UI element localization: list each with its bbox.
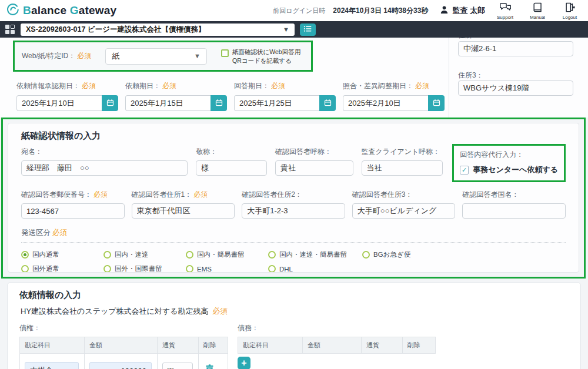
currency-input[interactable] <box>162 363 193 369</box>
engagement-selector[interactable]: XS-22092603-017 ビージー建設株式会社【債権債務】 ▼ <box>21 24 295 36</box>
media-label: Web/紙/特定ID：必須 <box>22 51 91 61</box>
col-currency: 通貨 <box>362 337 403 354</box>
answer-deadline-input[interactable] <box>234 95 319 111</box>
honorific-input[interactable] <box>196 160 267 176</box>
client-title-label: 監査クライアント呼称： <box>362 147 443 157</box>
column-divider <box>449 38 449 118</box>
payable-label: 債務： <box>238 323 436 333</box>
zip-label: 確認回答者郵便番号：必須 <box>21 190 125 200</box>
annotation-box-paper-section: 紙確認状情報の入力 宛名： 敬称： 確認回答者呼称： <box>1 118 586 279</box>
paper-section-title: 紙確認状情報の入力 <box>21 130 566 142</box>
radio-domestic-normal[interactable]: 国内通常 <box>21 250 103 259</box>
radio-bg-rush[interactable]: BGお急ぎ便 <box>362 250 433 259</box>
media-select[interactable]: 紙 ▼ <box>105 48 207 65</box>
recipient-input[interactable] <box>21 160 188 176</box>
responder-address1-group: 確認回答者住所1：必須 <box>132 190 235 219</box>
logout-button[interactable]: Logout <box>557 2 582 20</box>
request-deadline-input[interactable] <box>125 95 211 111</box>
radio-domestic-express-registered[interactable]: 国内・速達・簡易書留 <box>268 250 362 259</box>
address2-input[interactable] <box>458 41 573 56</box>
calendar-button[interactable] <box>319 95 336 111</box>
radio-overseas-registered[interactable]: 国外・国際書留 <box>103 264 186 273</box>
chevron-down-icon: ▼ <box>194 53 201 59</box>
responder-address2-group: 確認回答者住所2： <box>242 190 345 219</box>
recipient-label: 宛名： <box>21 147 188 157</box>
radio-icon <box>186 265 193 273</box>
zip-group: 確認回答者郵便番号：必須 <box>21 190 125 219</box>
responder-address2-input[interactable] <box>242 203 345 219</box>
calendar-icon <box>432 98 441 109</box>
request-subtitle: HY建設株式会社のステップ株式会社に対する勘定残高 必須 <box>21 306 569 317</box>
request-info-card: 依頼情報の入力 HY建設株式会社のステップ株式会社に対する勘定残高 必須 債権：… <box>7 282 581 369</box>
apps-grid-icon[interactable] <box>5 25 15 35</box>
support-button[interactable]: Support <box>493 2 517 20</box>
qr-checkbox-label: 紙面確認状にWeb回答用QRコードを記載する <box>232 48 304 65</box>
required-badge: 必須 <box>193 190 208 199</box>
amount-input[interactable] <box>89 362 152 369</box>
reconciliation-deadline-input[interactable] <box>343 95 428 111</box>
col-currency: 通貨 <box>158 337 199 354</box>
dotted-divider <box>21 242 566 243</box>
receivable-table: 勘定科目 金額 通貨 削除 <box>19 337 228 369</box>
proxy-checkbox-label: 事務センターへ依頼する <box>473 165 558 175</box>
manual-label: Manual <box>530 15 545 20</box>
proxy-checkbox[interactable]: ✓ <box>460 166 469 175</box>
main-content: Web/紙/特定ID：必須 紙 ▼ 紙面確認状にWeb回答用QRコードを記載する… <box>0 38 588 369</box>
responder-address1-input[interactable] <box>132 203 235 219</box>
media-select-value: 紙 <box>112 51 119 62</box>
radio-dhl[interactable]: DHL <box>268 264 350 273</box>
responder-address3-input[interactable] <box>352 203 456 219</box>
logout-label: Logout <box>563 15 577 20</box>
radio-icon <box>186 251 193 259</box>
radio-domestic-registered[interactable]: 国内・簡易書留 <box>186 250 268 259</box>
approval-deadline-group: 依頼情報承認期日：必須 <box>16 81 118 111</box>
shipping-row-2: 国外通常 国外・国際書留 EMS DHL <box>21 264 566 273</box>
radio-icon <box>268 265 276 273</box>
chevron-down-icon: ▼ <box>283 26 289 33</box>
responder-title-input[interactable] <box>275 160 353 176</box>
responder-address1-label: 確認回答者住所1：必須 <box>132 190 235 200</box>
user-icon <box>439 5 449 16</box>
radio-overseas-normal[interactable]: 国外通常 <box>21 264 103 273</box>
qr-checkbox-group[interactable]: 紙面確認状にWeb回答用QRコードを記載する <box>221 48 304 65</box>
client-title-input[interactable] <box>362 160 443 176</box>
address2-label-clipped: 住所2： <box>458 38 483 39</box>
engagement-list-button[interactable] <box>300 24 316 36</box>
request-section-title: 依頼情報の入力 <box>19 290 569 301</box>
col-amount: 金額 <box>303 337 362 354</box>
responder-title-group: 確認回答者呼称： <box>275 147 353 176</box>
manual-button[interactable]: Manual <box>525 2 550 20</box>
brand-swirl-icon <box>6 3 19 19</box>
calendar-button[interactable] <box>211 95 227 111</box>
radio-icon <box>103 251 111 259</box>
client-title-group: 監査クライアント呼称： <box>362 147 443 176</box>
proxy-checkbox-group[interactable]: ✓ 事務センターへ依頼する <box>460 165 558 175</box>
responder-country-input[interactable] <box>462 203 566 219</box>
user-info: 監査 太郎 <box>439 5 485 16</box>
logout-door-icon <box>564 2 576 15</box>
qr-checkbox[interactable] <box>221 49 229 57</box>
calendar-button[interactable] <box>428 95 445 111</box>
zip-input[interactable] <box>21 203 125 219</box>
address3-input[interactable] <box>458 80 573 96</box>
request-deadline-group: 依頼期日：必須 <box>125 81 227 111</box>
honorific-label: 敬称： <box>196 147 267 157</box>
recipient-group: 宛名： <box>21 147 188 176</box>
calendar-button[interactable] <box>102 95 118 111</box>
answer-deadline-group: 回答期日：必須 <box>234 81 336 111</box>
approval-deadline-input[interactable] <box>16 95 102 111</box>
delete-row-button[interactable] <box>203 364 216 369</box>
proxy-label: 回答内容代行入力： <box>460 150 523 159</box>
payable-table: 勘定科目 金額 通貨 削除 <box>238 337 436 354</box>
add-payable-row-button[interactable]: + <box>238 357 250 369</box>
account-input[interactable] <box>25 362 79 369</box>
user-name: 監査 太郎 <box>452 5 485 16</box>
answer-deadline-label: 回答期日：必須 <box>234 81 336 91</box>
app-header: Balance Gateway 前回ログイン日時 2024年10月3日 14時3… <box>0 0 588 21</box>
radio-ems[interactable]: EMS <box>186 264 268 273</box>
annotation-box-proxy: 回答内容代行入力： ✓ 事務センターへ依頼する <box>452 144 566 182</box>
engagement-selector-value: XS-22092603-017 ビージー建設株式会社【債権債務】 <box>26 25 206 35</box>
balance-tables: 債権： 勘定科目 金額 通貨 削除 <box>19 323 569 369</box>
radio-domestic-express[interactable]: 国内・速達 <box>103 250 186 259</box>
manual-book-icon <box>532 2 543 15</box>
